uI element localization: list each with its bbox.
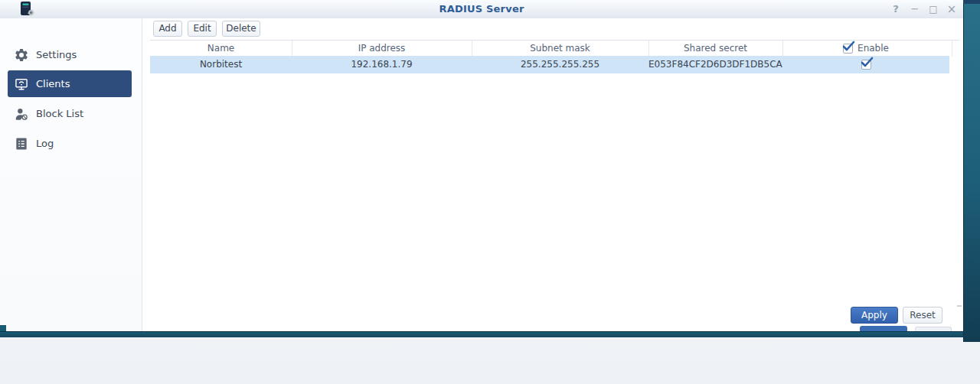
window-title: RADIUS Server (0, 3, 963, 15)
cell-shared-secret[interactable]: E053F84CF2D6D3DF1DB5CA3E8... (648, 56, 782, 73)
sidebar-item-clients[interactable]: Clients (8, 70, 132, 97)
window-corner-edge (0, 325, 6, 331)
enable-all-checkbox[interactable] (843, 44, 853, 54)
column-divider (472, 41, 472, 56)
desktop: RADIUS Server ? − □ × Settings (0, 0, 980, 384)
sidebar: Settings Clients (0, 18, 142, 331)
resize-handle[interactable] (957, 305, 962, 307)
column-divider (782, 41, 783, 56)
column-header-name[interactable]: Name (150, 41, 292, 56)
sidebar-item-label: Settings (36, 49, 77, 60)
delete-button[interactable]: Delete (222, 21, 260, 37)
titlebar[interactable]: RADIUS Server ? − □ × (0, 0, 963, 18)
user-block-icon (14, 106, 29, 122)
column-header-shared-secret[interactable]: Shared secret (648, 41, 782, 56)
cell-enable (782, 58, 949, 76)
column-header-enable-label: Enable (858, 41, 889, 56)
sidebar-item-label: Clients (36, 78, 70, 89)
close-icon[interactable]: × (945, 2, 959, 16)
cell-subnet-mask[interactable]: 255.255.255.255 (472, 56, 648, 73)
column-header-ip-address[interactable]: IP address (292, 41, 472, 56)
column-header-subnet-mask[interactable]: Subnet mask (472, 41, 648, 56)
maximize-icon[interactable]: □ (926, 2, 940, 16)
column-header-enable[interactable]: Enable (782, 41, 949, 56)
cell-ip-address[interactable]: 192.168.1.79 (292, 56, 472, 73)
edit-button[interactable]: Edit (188, 21, 217, 37)
table-right-border (952, 40, 952, 57)
desktop-wallpaper-band (963, 0, 980, 342)
sidebar-item-settings[interactable]: Settings (8, 41, 132, 68)
gear-icon (14, 47, 29, 63)
log-document-icon (14, 136, 29, 151)
column-divider (648, 41, 649, 56)
sidebar-item-label: Log (36, 138, 54, 149)
sidebar-item-label: Block List (36, 108, 83, 119)
column-divider (292, 41, 292, 56)
reset-button[interactable]: Reset (903, 307, 942, 324)
apply-button-render-artifact (860, 326, 907, 331)
minimize-icon[interactable]: − (908, 2, 922, 16)
sidebar-item-log[interactable]: Log (8, 130, 132, 157)
sidebar-item-block-list[interactable]: Block List (8, 100, 132, 127)
apply-button[interactable]: Apply (851, 307, 898, 324)
add-button[interactable]: Add (153, 21, 182, 37)
help-icon[interactable]: ? (889, 2, 903, 16)
window-bottom-edge (0, 331, 963, 337)
cell-name[interactable]: Norbitest (150, 56, 292, 73)
radius-server-window: RADIUS Server ? − □ × Settings (0, 0, 963, 331)
enable-checkbox[interactable] (861, 60, 871, 70)
monitor-wifi-icon (14, 76, 29, 92)
